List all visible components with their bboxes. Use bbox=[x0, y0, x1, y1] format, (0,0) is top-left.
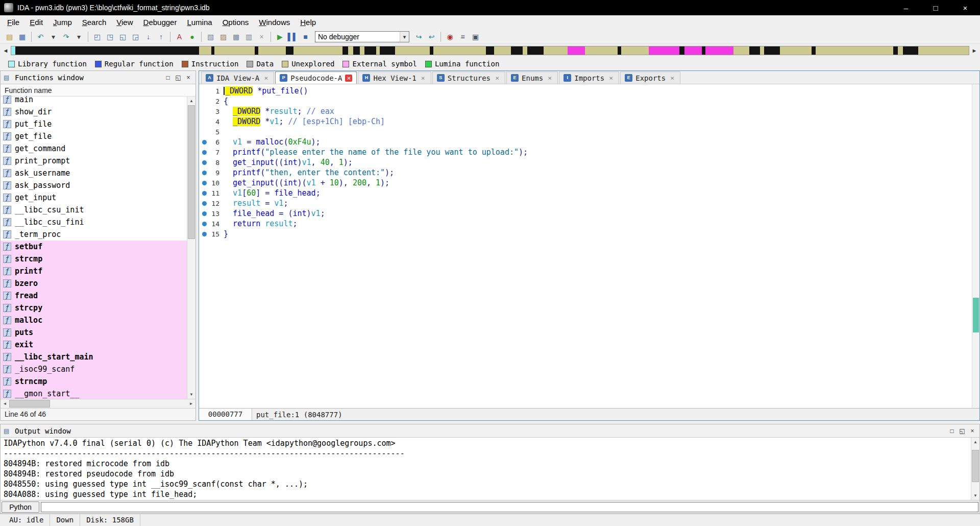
minimize-button[interactable]: – bbox=[891, 0, 921, 15]
navband-left-arrow-icon[interactable]: ◄ bbox=[2, 47, 10, 54]
open-database-icon[interactable]: ▤ bbox=[4, 31, 15, 42]
code-token-var[interactable]: v1 bbox=[274, 199, 283, 208]
menu-jump[interactable]: Jump bbox=[48, 15, 77, 30]
code-line[interactable]: 14 return result; bbox=[199, 219, 972, 229]
function-list-item[interactable]: ƒ_isoc99_scanf bbox=[1, 363, 187, 375]
scrollbar-track[interactable] bbox=[9, 399, 187, 408]
output-close-button[interactable]: × bbox=[967, 427, 977, 435]
code-token-var[interactable]: v1 bbox=[311, 209, 321, 218]
tab-close-icon[interactable]: × bbox=[546, 75, 553, 82]
menu-file[interactable]: File bbox=[2, 15, 24, 30]
navband-right-arrow-icon[interactable]: ► bbox=[970, 47, 978, 54]
breakpoint-list-icon[interactable]: ◉ bbox=[444, 31, 456, 42]
call-graph-icon[interactable]: ▨ bbox=[217, 31, 229, 42]
code-token-num[interactable]: 60 bbox=[247, 188, 256, 198]
address-dot-icon[interactable] bbox=[202, 201, 207, 206]
tab-close-icon[interactable]: × bbox=[607, 75, 615, 82]
code-line[interactable]: 6 v1 = malloc(0xF4u); bbox=[199, 137, 972, 147]
code-line[interactable]: 7 printf("please enter the name of the f… bbox=[199, 147, 972, 157]
code-token-num[interactable]: 40 bbox=[321, 158, 330, 167]
code-token-var[interactable]: result bbox=[270, 107, 297, 116]
code-token-str[interactable]: "then, enter the content:" bbox=[265, 168, 385, 177]
address-dot-icon[interactable] bbox=[202, 160, 207, 165]
scrollbar-thumb[interactable] bbox=[972, 450, 979, 482]
function-list-item[interactable]: ƒstrcmp bbox=[1, 253, 187, 265]
attach-process-icon[interactable]: ↪ bbox=[413, 31, 425, 42]
address-dot-icon[interactable] bbox=[202, 232, 207, 236]
function-list-item[interactable]: ƒstrncmp bbox=[1, 375, 187, 388]
menu-edit[interactable]: Edit bbox=[24, 15, 48, 30]
tab-hex-view-1[interactable]: HHex View-1× bbox=[358, 71, 431, 84]
code-token-fn[interactable]: printf bbox=[233, 168, 260, 177]
forward-history-dropdown-icon[interactable]: ▾ bbox=[73, 31, 85, 42]
xrefs-graph-icon[interactable]: ▩ bbox=[230, 31, 242, 42]
code-token-var[interactable]: result bbox=[233, 199, 260, 208]
code-token-var[interactable]: v1 bbox=[233, 188, 242, 198]
tab-close-icon[interactable]: × bbox=[494, 75, 501, 82]
code-token-kw[interactable]: int bbox=[283, 158, 297, 167]
navigate-back-icon[interactable]: ↶ bbox=[35, 31, 46, 42]
output-float-button[interactable]: ◱ bbox=[957, 427, 967, 435]
function-list-item[interactable]: ƒmalloc bbox=[1, 314, 187, 326]
functions-restore-button[interactable]: □ bbox=[163, 74, 173, 81]
function-list-item[interactable]: ƒbzero bbox=[1, 277, 187, 290]
functions-close-button[interactable]: × bbox=[183, 74, 193, 81]
tab-imports[interactable]: IImports× bbox=[559, 71, 619, 84]
scrollbar-thumb[interactable] bbox=[9, 400, 50, 408]
code-token-fn[interactable]: get_input bbox=[233, 158, 274, 167]
text-search-icon[interactable]: A bbox=[174, 31, 185, 42]
code-token-fn[interactable]: malloc bbox=[256, 137, 283, 147]
python-input[interactable] bbox=[41, 502, 978, 512]
code-token-fn[interactable]: printf bbox=[233, 148, 260, 157]
tab-enums[interactable]: EEnums× bbox=[506, 71, 558, 84]
pseudocode-scrollbar[interactable] bbox=[972, 84, 979, 408]
menu-search[interactable]: Search bbox=[77, 15, 112, 30]
code-token-var[interactable]: v1 bbox=[233, 137, 242, 147]
tab-close-icon[interactable]: × bbox=[345, 75, 352, 82]
scroll-left-button[interactable]: ◄ bbox=[1, 399, 9, 408]
code-token-var[interactable]: v1 bbox=[307, 178, 316, 187]
flow-chart-icon[interactable]: ▧ bbox=[205, 31, 216, 42]
function-list-item[interactable]: ƒsetbuf bbox=[1, 241, 187, 253]
code-token-num[interactable]: 200 bbox=[353, 178, 366, 187]
watch-list-icon[interactable]: ≡ bbox=[457, 31, 469, 42]
combo-dropdown-icon[interactable]: ▾ bbox=[400, 32, 409, 42]
code-token-num[interactable]: 0xF4u bbox=[288, 137, 311, 147]
scroll-down-button[interactable]: ▼ bbox=[971, 491, 979, 500]
function-list-item[interactable]: ƒ__libc_csu_init bbox=[1, 204, 187, 216]
function-list-item[interactable]: ƒask_password bbox=[1, 179, 187, 192]
save-database-icon[interactable]: ▦ bbox=[16, 31, 28, 42]
tab-ida-view-a[interactable]: AIDA View-A× bbox=[201, 71, 274, 84]
functions-float-button[interactable]: ◱ bbox=[173, 74, 183, 81]
tab-close-icon[interactable]: × bbox=[262, 75, 270, 82]
code-line[interactable]: 9 printf("then, enter the content:"); bbox=[199, 168, 972, 178]
jump-down-icon[interactable]: ↓ bbox=[142, 31, 154, 42]
address-dot-icon[interactable] bbox=[202, 140, 207, 145]
function-list-item[interactable]: ƒask_username bbox=[1, 167, 187, 179]
code-token-var[interactable]: v1 bbox=[302, 158, 311, 167]
code-token-fn[interactable]: put_file bbox=[262, 86, 299, 95]
reanalyze-icon[interactable]: ● bbox=[186, 31, 198, 42]
scroll-up-button[interactable]: ▲ bbox=[971, 438, 979, 446]
code-token-hl[interactable]: _DWORD bbox=[233, 107, 260, 116]
code-token-str[interactable]: "please enter the name of the file you w… bbox=[265, 148, 519, 157]
code-line[interactable]: 5 bbox=[199, 127, 972, 137]
menu-help[interactable]: Help bbox=[295, 15, 321, 30]
function-list-item[interactable]: ƒexit bbox=[1, 339, 187, 351]
scrollbar-track[interactable] bbox=[187, 105, 195, 390]
custom-graph-icon[interactable]: ▥ bbox=[243, 31, 255, 42]
code-token-num[interactable]: 1 bbox=[376, 178, 380, 187]
detach-process-icon[interactable]: ↩ bbox=[426, 31, 437, 42]
function-list-item[interactable]: ƒstrcpy bbox=[1, 302, 187, 314]
jump-address-icon[interactable]: ◰ bbox=[91, 31, 103, 42]
tab-structures[interactable]: SStructures× bbox=[432, 71, 505, 84]
menu-options[interactable]: Options bbox=[217, 15, 254, 30]
function-list-item[interactable]: ƒputs bbox=[1, 326, 187, 339]
debugger-selector[interactable]: No debugger▾ bbox=[315, 31, 409, 42]
scroll-up-button[interactable]: ▲ bbox=[187, 97, 195, 105]
function-list-item[interactable]: ƒ_term_proc bbox=[1, 228, 187, 241]
address-dot-icon[interactable] bbox=[202, 222, 207, 226]
function-list-item[interactable]: ƒprint_prompt bbox=[1, 155, 187, 167]
jump-up-icon[interactable]: ↑ bbox=[155, 31, 167, 42]
code-token-num[interactable]: 10 bbox=[330, 178, 339, 187]
